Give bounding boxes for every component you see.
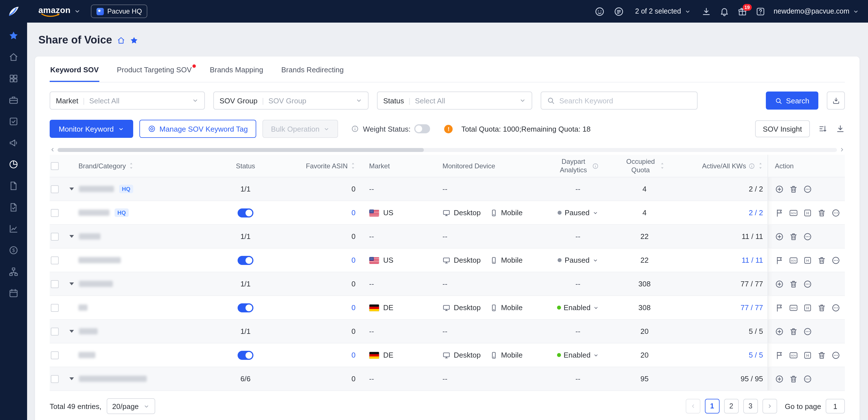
saved-search-button[interactable] xyxy=(827,91,845,110)
tab-keyword-sov[interactable]: Keyword SOV xyxy=(50,64,99,82)
download-icon[interactable] xyxy=(836,124,845,133)
tab-product-targeting-sov[interactable]: Product Targeting SOV xyxy=(116,64,192,82)
sov-report-icon[interactable] xyxy=(789,351,798,360)
campaigns-megaphone-icon[interactable] xyxy=(8,138,19,148)
weight-status-toggle[interactable] xyxy=(414,124,430,133)
next-page-button[interactable] xyxy=(762,399,777,414)
hourly-icon[interactable] xyxy=(803,208,812,217)
active-all-kws-link[interactable]: 77 / 77 xyxy=(740,303,763,312)
trash-icon[interactable] xyxy=(817,303,826,312)
collapse-caret-icon[interactable] xyxy=(69,330,74,333)
collapse-caret-icon[interactable] xyxy=(69,188,74,190)
briefcase-icon[interactable] xyxy=(8,95,19,105)
status-toggle[interactable] xyxy=(238,256,253,265)
sort-icon[interactable] xyxy=(660,162,665,169)
row-checkbox[interactable] xyxy=(51,304,59,311)
report-file-icon[interactable] xyxy=(8,181,19,191)
hourly-icon[interactable] xyxy=(803,256,812,265)
scroll-right-icon[interactable] xyxy=(839,147,845,152)
trash-icon[interactable] xyxy=(789,185,798,194)
monitor-keyword-button[interactable]: Monitor Keyword xyxy=(50,120,133,138)
page-button-1[interactable]: 1 xyxy=(705,399,719,414)
sort-icon[interactable] xyxy=(758,162,763,169)
active-all-kws-link[interactable]: 2 / 2 xyxy=(749,208,763,217)
favorite-star-icon[interactable] xyxy=(129,36,138,44)
org-badge[interactable]: Pacvue HQ xyxy=(91,4,148,18)
info-icon[interactable] xyxy=(592,162,599,169)
search-input[interactable] xyxy=(559,96,691,105)
audit-file-check-icon[interactable] xyxy=(8,202,19,213)
collapse-caret-icon[interactable] xyxy=(69,282,74,285)
info-icon[interactable] xyxy=(748,162,755,169)
manage-sov-keyword-tag-button[interactable]: Manage SOV Keyword Tag xyxy=(139,120,256,138)
row-checkbox[interactable] xyxy=(51,280,59,288)
favorite-asin-link[interactable]: 0 xyxy=(351,256,355,264)
scrollbar-track[interactable] xyxy=(58,148,837,152)
more-actions-icon[interactable] xyxy=(803,374,812,383)
row-checkbox[interactable] xyxy=(51,185,59,193)
trash-icon[interactable] xyxy=(789,327,798,336)
add-keyword-icon[interactable] xyxy=(775,232,784,241)
page-button-3[interactable]: 3 xyxy=(743,399,758,414)
news-feed-icon[interactable] xyxy=(614,6,624,17)
row-checkbox[interactable] xyxy=(51,209,59,217)
collapse-caret-icon[interactable] xyxy=(69,377,74,380)
page-button-2[interactable]: 2 xyxy=(724,399,739,414)
org-structure-icon[interactable] xyxy=(8,267,19,277)
add-keyword-icon[interactable] xyxy=(775,327,784,336)
status-select[interactable]: Status | Select All xyxy=(377,91,532,110)
scroll-left-icon[interactable] xyxy=(50,147,55,152)
row-checkbox[interactable] xyxy=(51,232,59,241)
header-occupied-quota[interactable]: Occupied Quota xyxy=(612,157,677,174)
info-icon[interactable] xyxy=(351,125,359,133)
amazon-logo[interactable]: amazon xyxy=(38,5,70,17)
trash-icon[interactable] xyxy=(817,351,826,360)
tab-brands-mapping[interactable]: Brands Mapping xyxy=(209,64,264,82)
favorite-asin-link[interactable]: 0 xyxy=(351,208,355,217)
bulk-operation-button[interactable]: Bulk Operation xyxy=(262,120,338,138)
daypart-dropdown[interactable]: Enabled xyxy=(544,351,612,359)
download-center-icon[interactable] xyxy=(701,6,711,16)
daypart-dropdown[interactable]: Paused xyxy=(544,208,612,217)
trash-icon[interactable] xyxy=(817,208,826,217)
brand-chevron-down-icon[interactable] xyxy=(74,8,81,15)
more-actions-icon[interactable] xyxy=(831,303,840,312)
sov-report-icon[interactable] xyxy=(789,208,798,217)
sov-group-select[interactable]: SOV Group | SOV Group xyxy=(213,91,369,110)
daypart-dropdown[interactable]: Paused xyxy=(544,256,612,264)
prev-page-button[interactable] xyxy=(685,399,700,414)
header-brand-category[interactable]: Brand/Category xyxy=(65,162,223,170)
more-actions-icon[interactable] xyxy=(831,351,840,360)
header-active-all-kws[interactable]: Active/All KWs xyxy=(677,162,768,170)
more-actions-icon[interactable] xyxy=(803,185,812,194)
sov-report-icon[interactable] xyxy=(789,256,798,265)
add-keyword-icon[interactable] xyxy=(775,374,784,383)
scrollbar-thumb[interactable] xyxy=(58,148,424,152)
more-actions-icon[interactable] xyxy=(803,232,812,241)
calendar-icon[interactable] xyxy=(8,288,19,298)
header-favorite-asin[interactable]: Favorite ASIN xyxy=(268,162,362,170)
trash-icon[interactable] xyxy=(817,256,826,265)
collapse-caret-icon[interactable] xyxy=(69,235,74,238)
sov-insight-button[interactable]: SOV Insight xyxy=(755,120,810,137)
row-checkbox[interactable] xyxy=(51,327,59,335)
hourly-icon[interactable] xyxy=(803,351,812,360)
select-all-checkbox[interactable] xyxy=(51,162,59,170)
flag-icon[interactable] xyxy=(775,208,784,217)
add-keyword-icon[interactable] xyxy=(775,279,784,288)
status-toggle[interactable] xyxy=(238,303,253,312)
more-actions-icon[interactable] xyxy=(803,327,812,336)
active-all-kws-link[interactable]: 11 / 11 xyxy=(742,256,763,264)
help-icon[interactable] xyxy=(755,6,765,16)
sort-icon[interactable] xyxy=(129,162,134,169)
more-actions-icon[interactable] xyxy=(803,279,812,288)
row-checkbox[interactable] xyxy=(51,256,59,264)
favorites-star-icon[interactable] xyxy=(8,30,19,41)
trash-icon[interactable] xyxy=(789,279,798,288)
favorite-asin-link[interactable]: 0 xyxy=(351,351,355,359)
flag-icon[interactable] xyxy=(775,303,784,312)
sov-report-icon[interactable] xyxy=(789,303,798,312)
active-all-kws-link[interactable]: 5 / 5 xyxy=(749,351,763,359)
sort-icon[interactable] xyxy=(350,162,355,169)
more-actions-icon[interactable] xyxy=(831,256,840,265)
